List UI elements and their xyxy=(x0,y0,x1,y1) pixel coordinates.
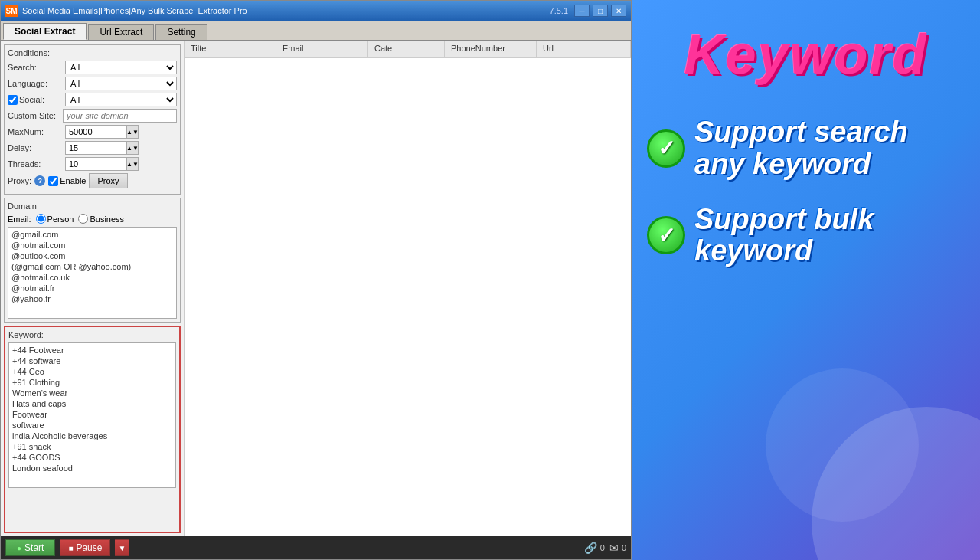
col-url: Url xyxy=(537,41,631,57)
proxy-row: Proxy: ? Enable Proxy xyxy=(8,173,177,188)
domain-item[interactable]: @gmail.com xyxy=(10,229,175,240)
proxy-enable-label[interactable]: Enable xyxy=(48,176,86,186)
keyword-item[interactable]: +44 Footwear xyxy=(11,345,174,355)
threads-spinner[interactable]: ▲▼ xyxy=(126,157,139,171)
col-phone: PhoneNumber xyxy=(445,41,537,57)
social-checkbox-label[interactable]: Social: xyxy=(8,95,65,105)
keyword-title: Keyword: xyxy=(8,330,176,339)
language-select[interactable]: All xyxy=(65,77,177,90)
minimize-button[interactable]: ─ xyxy=(574,5,590,17)
person-radio-label[interactable]: Person xyxy=(36,214,74,224)
email-label: Email: xyxy=(8,215,31,224)
maximize-button[interactable]: □ xyxy=(593,5,608,17)
keyword-item[interactable]: +44 GOODS xyxy=(11,452,174,463)
keyword-item[interactable]: London seafood xyxy=(11,463,174,473)
social-row: Social: All xyxy=(8,93,177,106)
version-label: 7.5.1 xyxy=(550,6,568,15)
tab-url-extract[interactable]: Url Extract xyxy=(88,24,154,40)
close-button[interactable]: ✕ xyxy=(611,5,626,17)
domain-item[interactable]: @hotmail.fr xyxy=(10,283,175,293)
main-content: Conditions: Search: All Language: All xyxy=(1,41,631,536)
maxnum-input[interactable] xyxy=(65,125,126,139)
maxnum-spinner[interactable]: ▲▼ xyxy=(126,125,139,139)
tab-social-extract[interactable]: Social Extract xyxy=(3,23,87,40)
domain-item[interactable]: @hotmail.co.uk xyxy=(10,272,175,283)
app-icon: SM xyxy=(5,5,18,17)
person-radio[interactable] xyxy=(36,214,46,224)
delay-spinner[interactable]: ▲▼ xyxy=(126,141,139,155)
keyword-item[interactable]: +44 software xyxy=(11,355,174,366)
pause-dropdown-button[interactable]: ▼ xyxy=(115,539,129,556)
keyword-item[interactable]: Hats and caps xyxy=(11,398,174,409)
domain-title: Domain xyxy=(8,201,177,211)
ad-feature-1: ✓ Support search any keyword xyxy=(647,116,965,181)
search-row: Search: All xyxy=(8,61,177,74)
language-label: Language: xyxy=(8,79,65,88)
domain-item[interactable]: @outlook.com xyxy=(10,251,175,261)
col-email: Email xyxy=(276,41,368,57)
proxy-button[interactable]: Proxy xyxy=(89,173,127,188)
start-button[interactable]: ● Start xyxy=(5,539,55,556)
conditions-group: Conditions: Search: All Language: All xyxy=(4,44,181,195)
maxnum-label: MaxNum: xyxy=(8,127,65,136)
custom-site-input[interactable] xyxy=(63,109,177,123)
social-label: Social: xyxy=(8,95,65,105)
check-circle-1: ✓ xyxy=(647,129,685,168)
custom-site-row: Custom Site: xyxy=(8,109,177,123)
domain-item[interactable]: @hotmail.com xyxy=(10,240,175,251)
link-count-item: 🔗 0 xyxy=(584,542,605,554)
domain-item[interactable]: @yahoo.fr xyxy=(10,293,175,304)
tab-bar: Social Extract Url Extract Setting xyxy=(1,21,631,41)
link-count: 0 xyxy=(600,543,605,552)
keyword-group: Keyword: +44 Footwear+44 software+44 Ceo… xyxy=(4,326,181,533)
proxy-help-button[interactable]: ? xyxy=(34,175,45,186)
col-cate: Cate xyxy=(368,41,445,57)
window-title: Social Media Emails|Phones|Any Bulk Scra… xyxy=(22,6,550,15)
delay-row: Delay: ▲▼ xyxy=(8,141,177,155)
keyword-item[interactable]: +44 Ceo xyxy=(11,366,174,377)
title-bar: SM Social Media Emails|Phones|Any Bulk S… xyxy=(1,1,631,21)
keyword-list[interactable]: +44 Footwear+44 software+44 Ceo+91 Cloth… xyxy=(8,342,176,488)
keyword-item[interactable]: india Alcoholic beverages xyxy=(11,431,174,441)
check-circle-2: ✓ xyxy=(647,216,685,254)
threads-input[interactable] xyxy=(65,157,126,171)
keyword-item[interactable]: Women's wear xyxy=(11,388,174,398)
social-checkbox[interactable] xyxy=(8,95,18,105)
table-rows xyxy=(185,58,631,536)
custom-site-label: Custom Site: xyxy=(8,111,63,120)
ad-feature-1-text: Support search any keyword xyxy=(694,116,965,181)
ad-feature-2: ✓ Support bulk keyword xyxy=(647,204,965,268)
email-count-item: ✉ 0 xyxy=(609,542,626,554)
domain-item[interactable]: (@gmail.com OR @yahoo.com) xyxy=(10,261,175,272)
tab-setting[interactable]: Setting xyxy=(155,24,207,40)
business-radio[interactable] xyxy=(78,214,88,224)
col-title: Tilte xyxy=(185,41,276,57)
table-header: Tilte Email Cate PhoneNumber Url xyxy=(185,41,631,58)
proxy-enable-checkbox[interactable] xyxy=(48,176,58,186)
ad-feature-2-text: Support bulk keyword xyxy=(694,204,965,268)
deco-circle-2 xyxy=(766,368,919,522)
search-select[interactable]: All xyxy=(65,61,177,74)
check-mark-1: ✓ xyxy=(658,136,675,161)
business-radio-label[interactable]: Business xyxy=(78,214,124,224)
proxy-label: Proxy: xyxy=(8,176,31,185)
bottom-bar: ● Start ■ Pause ▼ 🔗 0 ✉ 0 xyxy=(1,536,631,559)
pause-button[interactable]: ■ Pause xyxy=(60,539,110,556)
keyword-item[interactable]: Footwear xyxy=(11,409,174,420)
domain-list[interactable]: @gmail.com@hotmail.com@outlook.com(@gmai… xyxy=(8,227,177,319)
conditions-title: Conditions: xyxy=(8,48,177,57)
social-select[interactable]: All xyxy=(65,93,177,106)
keyword-item[interactable]: +91 Clothing xyxy=(11,377,174,388)
link-icon: 🔗 xyxy=(584,542,597,554)
keyword-item[interactable]: +91 snack xyxy=(11,441,174,452)
keyword-item[interactable]: software xyxy=(11,420,174,431)
window-controls: ─ □ ✕ xyxy=(574,5,626,17)
data-area: Tilte Email Cate PhoneNumber Url xyxy=(185,41,631,536)
delay-input[interactable] xyxy=(65,141,126,155)
ad-title: Keyword xyxy=(684,23,927,86)
check-mark-2: ✓ xyxy=(658,223,675,248)
email-count: 0 xyxy=(622,543,626,552)
threads-row: Threads: ▲▼ xyxy=(8,157,177,171)
language-row: Language: All xyxy=(8,77,177,90)
delay-label: Delay: xyxy=(8,143,65,152)
